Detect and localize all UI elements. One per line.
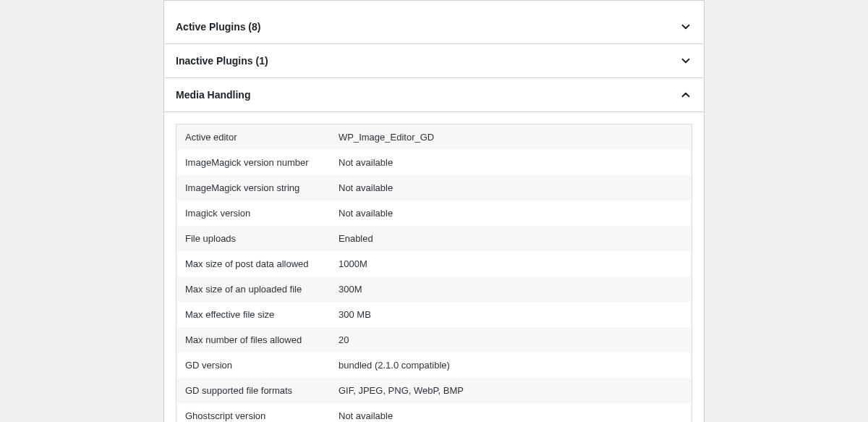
row-label: GD supported file formats (185, 385, 339, 396)
table-row: Ghostscript version Not available (176, 403, 692, 422)
panel-body-media-handling: Active editor WP_Image_Editor_GD ImageMa… (163, 112, 705, 422)
table-row: Max size of an uploaded file 300M (176, 277, 692, 302)
row-value: Not available (339, 410, 683, 421)
table-row: Max number of files allowed 20 (176, 327, 692, 353)
row-label: Ghostscript version (185, 410, 339, 421)
row-label: File uploads (185, 233, 339, 244)
row-label: ImageMagick version number (185, 157, 339, 168)
chevron-down-icon (679, 20, 692, 33)
table-row: Active editor WP_Image_Editor_GD (176, 125, 692, 150)
row-value: WP_Image_Editor_GD (339, 132, 683, 143)
panel-inactive-plugins[interactable]: Inactive Plugins (1) (163, 44, 705, 78)
row-value: 300 MB (339, 309, 683, 320)
table-row: Max effective file size 300 MB (176, 302, 692, 327)
row-value: 300M (339, 284, 683, 295)
table-row: ImageMagick version number Not available (176, 150, 692, 175)
row-label: ImageMagick version string (185, 182, 339, 193)
row-label: Active editor (185, 132, 339, 143)
row-label: Max effective file size (185, 309, 339, 320)
table-row: File uploads Enabled (176, 226, 692, 251)
row-label: GD version (185, 360, 339, 371)
table-row: Max size of post data allowed 1000M (176, 251, 692, 277)
panel-title: Inactive Plugins (1) (176, 55, 268, 67)
row-label: Max number of files allowed (185, 334, 339, 345)
row-label: Imagick version (185, 208, 339, 219)
row-value: Not available (339, 182, 683, 193)
row-value: Not available (339, 157, 683, 168)
table-row: Imagick version Not available (176, 201, 692, 226)
row-value: 1000M (339, 258, 683, 269)
panel-media-handling[interactable]: Media Handling (163, 78, 705, 112)
panel-active-plugins[interactable]: Active Plugins (8) (163, 10, 705, 44)
table-row: GD supported file formats GIF, JPEG, PNG… (176, 378, 692, 403)
info-table: Active editor WP_Image_Editor_GD ImageMa… (176, 124, 692, 422)
row-label: Max size of an uploaded file (185, 284, 339, 295)
row-value: GIF, JPEG, PNG, WebP, BMP (339, 385, 683, 396)
row-value: 20 (339, 334, 683, 345)
panel-title: Active Plugins (8) (176, 21, 260, 33)
table-row: GD version bundled (2.1.0 compatible) (176, 353, 692, 378)
row-value: bundled (2.1.0 compatible) (339, 360, 683, 371)
panel-title: Media Handling (176, 89, 250, 101)
chevron-down-icon (679, 54, 692, 67)
row-value: Enabled (339, 233, 683, 244)
row-label: Max size of post data allowed (185, 258, 339, 269)
table-row: ImageMagick version string Not available (176, 175, 692, 201)
chevron-up-icon (679, 88, 692, 101)
row-value: Not available (339, 208, 683, 219)
